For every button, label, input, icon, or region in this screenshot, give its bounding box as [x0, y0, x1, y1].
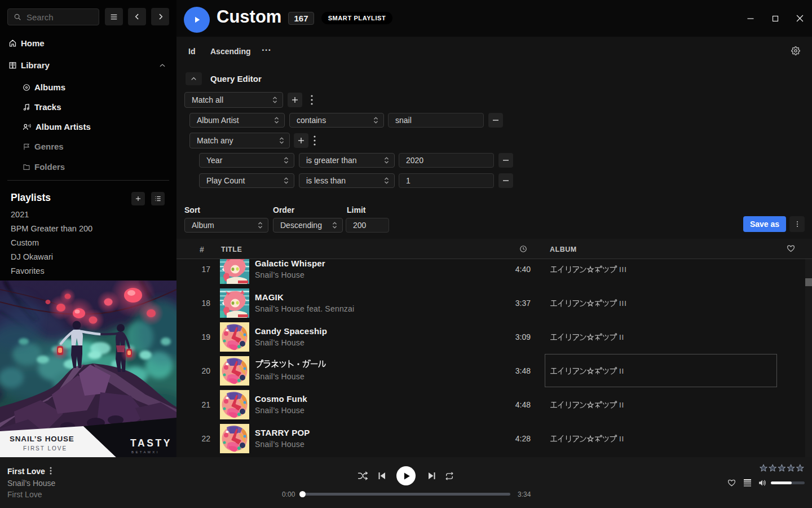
svg-text:SNAIL’S HOUSE: SNAIL’S HOUSE	[10, 435, 74, 443]
svg-text:TASTY: TASTY	[130, 437, 172, 449]
svg-text:II: II	[619, 401, 624, 409]
svg-text:III: III	[619, 299, 627, 308]
svg-text:FIRST LOVE: FIRST LOVE	[23, 445, 67, 452]
svg-text:II: II	[619, 435, 624, 443]
svg-text:III: III	[619, 265, 627, 274]
svg-text:BETAMXI: BETAMXI	[131, 450, 160, 454]
svg-text:II: II	[619, 333, 624, 341]
